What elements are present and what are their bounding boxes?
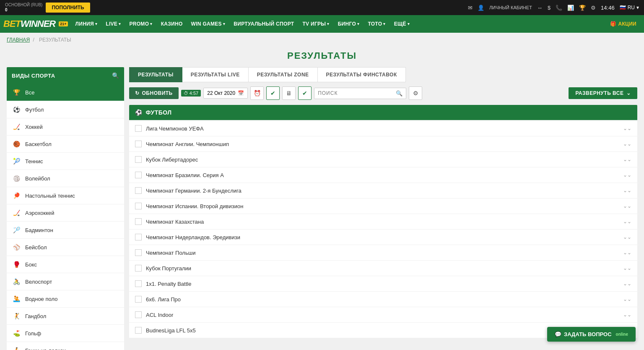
league-row[interactable]: Чемпионат Англии. Чемпионшип ⌄⌄	[129, 136, 637, 152]
nav-item-wingames[interactable]: WIN GAMES ▾	[187, 15, 230, 33]
league-name: ACL Indoor	[146, 312, 620, 318]
league-checkbox[interactable]	[135, 141, 142, 147]
league-row[interactable]: Кубок Либертадорес ⌄⌄	[129, 152, 637, 167]
time-filter-btn[interactable]: ⏰	[250, 86, 264, 100]
league-row[interactable]: 6х6. Лига Про ⌄⌄	[129, 292, 637, 307]
tab-results-finstav[interactable]: РЕЗУЛЬТАТЫ ФИНСТАВОК	[318, 67, 406, 82]
lang-selector[interactable]: 🇷🇺 RU ▾	[620, 5, 639, 10]
league-row[interactable]: Кубок Португалии ⌄⌄	[129, 261, 637, 276]
nav-item-akcii[interactable]: 🎁 АКЦИИ	[606, 15, 641, 33]
settings-icon[interactable]: ⚙	[591, 5, 596, 11]
nav-item-bingo[interactable]: БИНГО ▾	[334, 15, 364, 33]
league-checkbox[interactable]	[135, 265, 142, 272]
cabinet-icon[interactable]: 👤	[478, 5, 484, 11]
chat-button[interactable]: 💬 ЗАДАТЬ ВОПРОС online	[547, 327, 636, 342]
sidebar-item-airhockey[interactable]: 🏒 Аэрохоккей	[7, 204, 124, 222]
nav-item-live[interactable]: LIVE ▾	[101, 15, 125, 33]
nav-item-more[interactable]: ЕЩЁ ▾	[390, 15, 414, 33]
dollar-icon[interactable]: $	[548, 5, 551, 11]
sidebar-item-label: Гольф	[25, 330, 41, 337]
settings-filter-btn[interactable]: ⚙	[409, 86, 422, 100]
league-checkbox[interactable]	[135, 249, 142, 256]
league-expand-icon: ⌄⌄	[623, 188, 631, 193]
tab-results[interactable]: РЕЗУЛЬТАТЫ	[129, 67, 182, 82]
league-checkbox[interactable]	[135, 156, 142, 163]
volleyball-icon: 🏐	[12, 174, 21, 183]
sidebar-item-handball[interactable]: 🤾 Гандбол	[7, 308, 124, 325]
football-icon: ⚽	[12, 105, 21, 114]
league-row[interactable]: Лига Чемпионов УЕФА ⌄⌄	[129, 121, 637, 136]
tab-results-live[interactable]: РЕЗУЛЬТАТЫ LIVE	[182, 67, 249, 82]
nav-item-virtual[interactable]: ВИРТУАЛЬНЫЙ СПОРТ	[229, 15, 298, 33]
sidebar-item-boxing[interactable]: 🥊 Бокс	[7, 256, 124, 273]
league-row[interactable]: Чемпионат Польши ⌄⌄	[129, 245, 637, 261]
nav-item-toto[interactable]: ТОТО ▾	[364, 15, 390, 33]
expand-all-button[interactable]: РАЗВЕРНУТЬ ВСЕ ⌄	[569, 87, 637, 99]
stats-icon[interactable]: 📊	[567, 5, 574, 11]
league-checkbox[interactable]	[135, 218, 142, 225]
balance-value: 0	[5, 8, 42, 13]
trophy-icon[interactable]: 🏆	[579, 5, 586, 11]
nav-item-tvgames[interactable]: TV ИГРЫ ▾	[298, 15, 333, 33]
league-checkbox[interactable]	[135, 203, 142, 209]
sidebar-item-label: Аэрохоккей	[25, 210, 55, 216]
league-checkbox[interactable]	[135, 280, 142, 287]
league-row[interactable]: Чемпионат Казахстана ⌄⌄	[129, 214, 637, 230]
league-row[interactable]: Чемпионат Германии. 2-я Бундеслига ⌄⌄	[129, 183, 637, 199]
breadcrumb-home[interactable]: ГЛАВНАЯ	[7, 37, 30, 43]
sidebar-item-tennis[interactable]: 🎾 Теннис	[7, 153, 124, 170]
sidebar-item-cycling[interactable]: 🚴 Велоспорт	[7, 273, 124, 290]
tab-results-zone[interactable]: РЕЗУЛЬТАТЫ ZONE	[249, 67, 318, 82]
league-checkbox[interactable]	[135, 125, 142, 132]
transfer-icon[interactable]: ↔	[537, 5, 543, 11]
mail-icon[interactable]: ✉	[468, 5, 473, 11]
league-row[interactable]: Чемпионат Нидерландов. Эредивизи ⌄⌄	[129, 230, 637, 245]
league-expand-icon: ⌄⌄	[623, 219, 631, 225]
league-row[interactable]: ACL Indoor ⌄⌄	[129, 307, 637, 323]
main-nav: BETWINNER 21+ ЛИНИЯ ▾ LIVE ▾ PROMO ▾ КАЗ…	[0, 15, 644, 33]
league-expand-icon: ⌄⌄	[623, 157, 631, 162]
sidebar-item-hockey[interactable]: 🏒 Хоккей	[7, 118, 124, 136]
nav-item-linia[interactable]: ЛИНИЯ ▾	[71, 15, 102, 33]
league-checkbox[interactable]	[135, 296, 142, 303]
sidebar-item-basketball[interactable]: 🏀 Баскетбол	[7, 136, 124, 153]
sidebar-item-baseball[interactable]: ⚾ Бейсбол	[7, 239, 124, 256]
league-expand-icon: ⌄⌄	[623, 141, 631, 147]
sidebar-items: 🏆 Все ⚽ Футбол 🏒 Хоккей 🏀 Баскетбол 🎾 Те…	[7, 84, 124, 350]
breadcrumb-current: РЕЗУЛЬТАТЫ	[39, 37, 71, 43]
football-section-icon: ⚽	[135, 109, 143, 116]
sidebar-header: ВИДЫ СПОРТА 🔍	[7, 67, 124, 84]
monitor-filter-btn[interactable]: 🖥	[282, 86, 296, 100]
sidebar-item-badminton[interactable]: 🏸 Бадминтон	[7, 222, 124, 239]
phone-icon[interactable]: 📞	[556, 5, 562, 11]
search-input[interactable]	[318, 90, 393, 96]
league-checkbox[interactable]	[135, 327, 142, 334]
sidebar-item-boatracing[interactable]: 🚣 Гонки на лодках	[7, 342, 124, 350]
league-checkbox[interactable]	[135, 234, 142, 240]
check2-filter-btn[interactable]: ✔	[298, 86, 312, 100]
league-checkbox[interactable]	[135, 311, 142, 318]
league-row[interactable]: Чемпионат Бразилии. Серия А ⌄⌄	[129, 167, 637, 183]
check-filter-btn[interactable]: ✔	[266, 86, 280, 100]
sidebar-item-golf[interactable]: ⛳ Гольф	[7, 325, 124, 342]
sidebar-item-waterpolo[interactable]: 🤽 Водное поло	[7, 290, 124, 308]
sidebar-item-all[interactable]: 🏆 Все	[7, 84, 124, 101]
date-picker[interactable]: 22 Окт 2020 📅	[203, 88, 248, 99]
sidebar-item-football[interactable]: ⚽ Футбол	[7, 101, 124, 118]
sidebar-search-icon[interactable]: 🔍	[112, 72, 119, 79]
balance-label: ОСНОВНОЙ (RUB)	[5, 3, 42, 8]
league-name: Кубок Либертадорес	[146, 157, 620, 163]
sport-section-header: ⚽ ФУТБОЛ	[129, 105, 637, 120]
league-checkbox[interactable]	[135, 187, 142, 194]
league-row[interactable]: 1x1. Penalty Battle ⌄⌄	[129, 276, 637, 292]
nav-item-casino[interactable]: КАЗИНО	[157, 15, 187, 33]
league-row[interactable]: Чемпионат Испании. Второй дивизион ⌄⌄	[129, 199, 637, 214]
deposit-button[interactable]: ПОПОЛНИТЬ	[46, 3, 90, 13]
league-checkbox[interactable]	[135, 172, 142, 178]
cabinet-label[interactable]: ЛИЧНЫЙ КАБИНЕТ	[489, 5, 532, 10]
sidebar-item-tabletennis[interactable]: 🏓 Настольный теннис	[7, 187, 124, 204]
expand-chevron-icon: ⌄	[626, 90, 631, 96]
nav-item-promo[interactable]: PROMO ▾	[125, 15, 156, 33]
update-button[interactable]: ↻ ОБНОВИТЬ	[129, 87, 179, 99]
sidebar-item-volleyball[interactable]: 🏐 Волейбол	[7, 170, 124, 187]
